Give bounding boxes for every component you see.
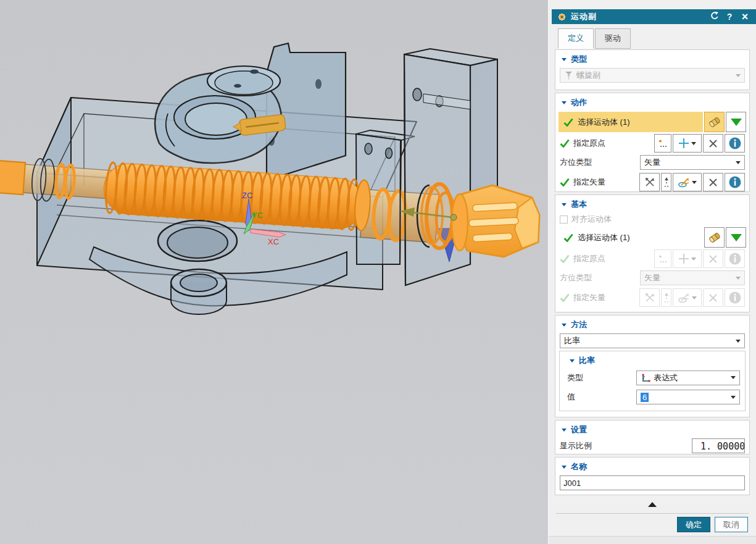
cylinder-icon bbox=[708, 116, 721, 128]
dialog-footer: 确定 取消 bbox=[677, 517, 748, 532]
ratio-header[interactable]: 比率 bbox=[560, 351, 745, 368]
check-icon bbox=[560, 293, 570, 302]
dialog-titlebar[interactable]: 运动副 ? × bbox=[552, 9, 756, 24]
collapse-caret-icon bbox=[562, 101, 567, 104]
base-select-body[interactable]: 选择运动体 (1) bbox=[559, 227, 703, 248]
reset-icon[interactable] bbox=[708, 11, 720, 22]
ok-button[interactable]: 确定 bbox=[677, 517, 710, 532]
info-circle-icon bbox=[728, 252, 742, 266]
swivel-top-plate[interactable] bbox=[207, 66, 280, 96]
close-icon[interactable]: × bbox=[739, 12, 750, 21]
reverse-vector-button-disabled bbox=[639, 288, 660, 307]
vector-constructor-icon bbox=[678, 291, 690, 304]
handle-knob[interactable] bbox=[417, 184, 539, 257]
chevron-down-icon bbox=[691, 257, 696, 261]
x-icon bbox=[708, 254, 718, 264]
action-specify-vector-label[interactable]: 指定矢量 bbox=[560, 177, 605, 188]
dashed-arrow-icon bbox=[663, 292, 670, 303]
collapse-caret-icon bbox=[562, 466, 567, 469]
section-action: 动作 选择运动体 (1) bbox=[555, 93, 750, 192]
dialog-tabs: 定义 驱动 bbox=[558, 28, 631, 49]
joint-name-input[interactable] bbox=[560, 475, 745, 490]
ratio-type-label: 类型 bbox=[567, 372, 583, 383]
tab-drive[interactable]: 驱动 bbox=[595, 28, 631, 49]
inferred-point-button[interactable] bbox=[673, 134, 702, 153]
base-body-list-button[interactable] bbox=[726, 227, 746, 248]
dialog-collapse-handle[interactable] bbox=[549, 502, 756, 507]
motion-body-button[interactable] bbox=[704, 112, 725, 132]
motion-body-button[interactable] bbox=[704, 227, 725, 248]
tab-definition[interactable]: 定义 bbox=[558, 28, 594, 49]
info-circle-icon bbox=[728, 136, 742, 150]
vector-constructor-icon bbox=[678, 176, 690, 188]
x-icon bbox=[708, 139, 718, 148]
cylinder-icon bbox=[708, 232, 721, 244]
cancel-button[interactable]: 取消 bbox=[715, 517, 748, 532]
viewport-3d[interactable]: ZC YC XC bbox=[0, 0, 548, 544]
check-icon bbox=[560, 178, 570, 186]
section-settings-header[interactable]: 设置 bbox=[555, 421, 749, 437]
point-dialog-icon bbox=[658, 138, 668, 148]
inferred-point-button-disabled bbox=[673, 249, 702, 268]
x-icon bbox=[708, 293, 718, 303]
chevron-down-icon bbox=[731, 396, 736, 399]
reverse-vector-button[interactable] bbox=[639, 173, 660, 191]
base-specify-origin-label: 指定原点 bbox=[560, 253, 605, 264]
clear-origin-button[interactable] bbox=[703, 134, 723, 153]
footer-separator bbox=[556, 513, 749, 514]
collapse-caret-icon bbox=[562, 203, 567, 206]
origin-info-button[interactable] bbox=[725, 134, 745, 153]
align-body-checkbox[interactable] bbox=[560, 216, 568, 224]
green-caret-icon bbox=[731, 234, 742, 241]
section-method: 方法 比率 比率 类型 bbox=[555, 315, 750, 417]
chevron-down-icon bbox=[731, 376, 736, 379]
collapse-caret-icon bbox=[562, 429, 567, 432]
base-orientation-label: 方位类型 bbox=[560, 272, 592, 283]
section-name: 名称 bbox=[555, 457, 750, 495]
clear-origin-button-disabled bbox=[703, 249, 723, 268]
check-icon bbox=[560, 254, 570, 263]
method-dropdown[interactable]: 比率 bbox=[560, 333, 745, 348]
zc-label: ZC bbox=[242, 191, 252, 200]
check-icon bbox=[563, 233, 573, 242]
point-dialog-button[interactable] bbox=[654, 134, 671, 153]
clear-vector-button-disabled bbox=[703, 288, 723, 307]
action-body-list-button[interactable] bbox=[726, 112, 746, 132]
joint-type-dropdown[interactable]: 螺旋副 bbox=[560, 68, 745, 83]
expression-icon bbox=[641, 373, 650, 383]
ratio-value-text: 6 bbox=[641, 393, 649, 402]
chevron-down-icon bbox=[692, 181, 697, 184]
vector-dialog-button-disabled bbox=[673, 288, 702, 307]
ratio-value-combo[interactable]: 6 bbox=[636, 390, 740, 404]
inferred-vector-button[interactable] bbox=[661, 173, 671, 191]
collapse-up-icon bbox=[648, 502, 657, 507]
action-specify-origin-label[interactable]: 指定原点 bbox=[560, 138, 605, 149]
screw-icon bbox=[564, 70, 573, 80]
crosshair-icon bbox=[678, 253, 689, 264]
point-dialog-icon bbox=[658, 254, 668, 264]
check-icon bbox=[560, 139, 570, 148]
ratio-value-label: 值 bbox=[567, 391, 575, 403]
section-type-header[interactable]: 类型 bbox=[555, 50, 749, 67]
yc-label: YC bbox=[252, 211, 263, 220]
ratio-subsection: 比率 类型 表达式 值 bbox=[559, 351, 746, 411]
display-scale-field[interactable]: 1. 00000 bbox=[692, 438, 745, 453]
help-icon[interactable]: ? bbox=[724, 12, 735, 22]
section-base-header[interactable]: 基本 bbox=[555, 195, 749, 212]
vector-info-button[interactable] bbox=[725, 173, 745, 191]
green-caret-icon bbox=[731, 119, 742, 126]
section-method-header[interactable]: 方法 bbox=[555, 316, 749, 332]
section-settings: 设置 显示比例 1. 00000 bbox=[555, 420, 750, 454]
display-scale-label: 显示比例 bbox=[560, 440, 592, 451]
vector-dialog-button[interactable] bbox=[673, 173, 702, 191]
collapse-caret-icon bbox=[562, 324, 567, 327]
action-select-body[interactable]: 选择运动体 (1) bbox=[559, 112, 703, 132]
align-body-label: 对齐运动体 bbox=[571, 214, 612, 225]
ratio-type-dropdown[interactable]: 表达式 bbox=[636, 370, 740, 385]
section-name-header[interactable]: 名称 bbox=[555, 458, 749, 474]
section-action-header[interactable]: 动作 bbox=[555, 93, 749, 110]
action-orientation-dropdown[interactable]: 矢量 bbox=[640, 155, 745, 170]
clear-vector-button[interactable] bbox=[703, 173, 723, 191]
inferred-vector-button-disabled bbox=[661, 288, 671, 307]
dashed-arrow-icon bbox=[663, 177, 670, 188]
